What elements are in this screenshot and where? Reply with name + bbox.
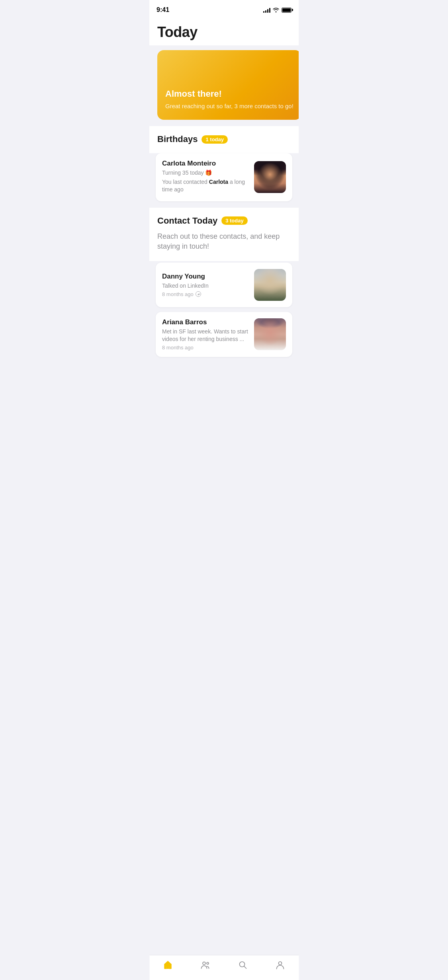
battery-icon <box>282 8 291 13</box>
ariana-time-ago: 8 months ago <box>162 345 194 351</box>
birthday-card-carlota[interactable]: Carlota Monteiro Turning 35 today 🎁 You … <box>156 153 292 201</box>
signal-icon <box>263 7 270 13</box>
status-bar: 9:41 <box>149 0 299 18</box>
ariana-avatar <box>254 318 286 350</box>
contact-card-ariana[interactable]: Ariana Barros Met in SF last week. Wants… <box>156 312 292 357</box>
carlota-info: Carlota Monteiro Turning 35 today 🎁 You … <box>162 160 249 195</box>
carlota-birthday-detail: Turning 35 today 🎁 <box>162 169 249 177</box>
birthdays-title: Birthdays <box>157 134 198 144</box>
contact-today-badge: 3 today <box>221 216 248 225</box>
contact-card-danny[interactable]: Danny Young Talked on LinkedIn 8 months … <box>156 263 292 307</box>
carlota-name: Carlota Monteiro <box>162 160 249 168</box>
contact-today-title: Contact Today <box>157 216 217 226</box>
page-title: Today <box>157 24 291 41</box>
birthdays-badge: 1 today <box>202 135 228 144</box>
status-icons <box>263 7 291 13</box>
contact-today-header: Contact Today 3 today <box>157 216 291 226</box>
birthdays-header: Birthdays 1 today <box>157 134 291 144</box>
promo-card-subtitle: Great reaching out so far, 3 more contac… <box>165 102 293 110</box>
carlota-contact-name: Carlota <box>209 179 228 185</box>
contact-today-cards: Danny Young Talked on LinkedIn 8 months … <box>149 261 299 368</box>
carlota-avatar <box>254 161 286 193</box>
promo-card-title: Almost there! <box>165 89 293 99</box>
wifi-icon <box>273 8 279 12</box>
danny-name: Danny Young <box>162 273 249 281</box>
ariana-info: Ariana Barros Met in SF last week. Wants… <box>162 318 249 351</box>
clock-icon <box>196 291 201 297</box>
danny-note: Talked on LinkedIn <box>162 282 249 290</box>
ariana-name: Ariana Barros <box>162 318 249 326</box>
promo-card-almost-there[interactable]: Almost there! Great reaching out so far,… <box>157 50 299 120</box>
birthdays-section: Birthdays 1 today <box>149 126 299 153</box>
status-time: 9:41 <box>157 6 169 14</box>
danny-meta: 8 months ago <box>162 291 249 297</box>
ariana-meta: 8 months ago <box>162 345 249 351</box>
contact-today-description: Reach out to these contacts, and keep st… <box>157 232 291 251</box>
ariana-note: Met in SF last week. Wants to start vide… <box>162 328 249 343</box>
contact-today-section: Contact Today 3 today Reach out to these… <box>149 208 299 261</box>
danny-time-ago: 8 months ago <box>162 291 194 297</box>
danny-info: Danny Young Talked on LinkedIn 8 months … <box>162 273 249 297</box>
danny-avatar <box>254 269 286 301</box>
promo-cards-scroll[interactable]: Almost there! Great reaching out so far,… <box>149 45 299 126</box>
carlota-last-contact: You last contacted Carlota a long time a… <box>162 178 249 193</box>
page-title-section: Today <box>149 18 299 45</box>
